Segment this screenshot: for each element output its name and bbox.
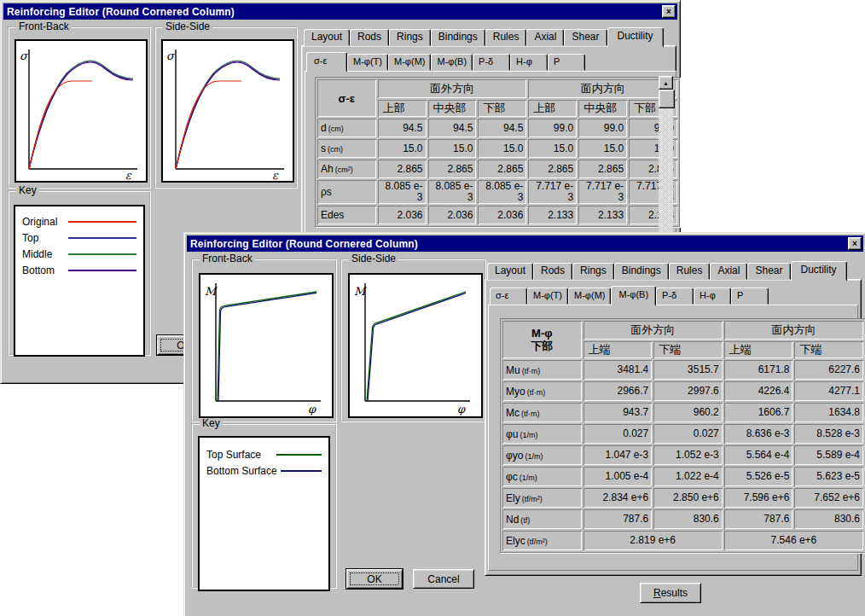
front-key-label: Key	[200, 418, 223, 429]
front-subtab-m-m[interactable]: M-φ(M)	[568, 288, 611, 305]
value-cell: 4277.1	[794, 381, 863, 401]
table-row: Ah(cm²)2.8652.8652.8652.8652.8652.865	[317, 160, 677, 178]
front-side-side-group: Side-Side M φ	[340, 259, 486, 422]
table-row: Mc(tf·m)943.7960.21606.71634.8	[502, 403, 863, 422]
row-label: Nd(tf)	[502, 509, 582, 529]
front-tab-rods[interactable]: Rods	[533, 263, 572, 280]
back-subtab-p[interactable]: P-δ	[473, 54, 510, 71]
row-label: φu(1/m)	[502, 424, 582, 444]
cancel-button[interactable]: Cancel	[413, 569, 474, 589]
column-header: 中央部	[428, 100, 477, 117]
back-tab-rods[interactable]: Rods	[350, 29, 389, 46]
top-surface-curve	[218, 292, 316, 401]
front-window-title: Reinforcing Editor (Round Cornered Colum…	[190, 238, 418, 250]
front-tab-axial[interactable]: Axial	[710, 263, 747, 280]
back-sigma-epsilon-table: σ-ε面外方向面内方向上部中央部下部上部中央部下部d(cm)94.594.594…	[315, 77, 680, 227]
value-cell: 7.652 e+6	[794, 488, 863, 508]
column-group-header: 面内方向	[724, 321, 863, 340]
value-cell: 6227.6	[794, 360, 863, 380]
value-cell: 3515.7	[653, 360, 723, 380]
front-tab-ductility[interactable]: Ductility	[791, 261, 847, 282]
back-tab-shear[interactable]: Shear	[564, 29, 607, 46]
front-window: Reinforcing Editor (Round Cornered Colum…	[183, 232, 865, 616]
value-cell: 5.623 e-5	[794, 467, 863, 486]
value-cell: 99.0	[528, 119, 577, 137]
back-subtab-h[interactable]: H-φ	[510, 54, 548, 71]
value-cell: 5.526 e-5	[724, 467, 793, 486]
back-subtab-m-m[interactable]: M-φ(M)	[388, 54, 431, 71]
front-key-box: Top SurfaceBottom Surface	[198, 436, 330, 591]
row-label: Elyc(tf/m²)	[502, 531, 582, 550]
desktop: Reinforcing Editor (Round Cornered Colum…	[0, 0, 865, 616]
back-tab-rings[interactable]: Rings	[389, 29, 431, 46]
ok-button[interactable]: OK	[346, 569, 403, 589]
table-row: Edes2.0362.0362.0362.1332.1332.133	[317, 206, 677, 224]
back-side-side-graph: σ ε	[161, 39, 294, 183]
value-cell: 2.865	[578, 160, 627, 178]
value-cell: 15.0	[528, 139, 577, 158]
value-cell: 7.546 e+6	[724, 531, 863, 550]
back-tab-ductility[interactable]: Ductility	[607, 27, 664, 48]
value-cell: 2.865	[478, 160, 526, 178]
front-subtab-m-t[interactable]: M-φ(T)	[527, 288, 568, 305]
back-subtab-m-t[interactable]: M-φ(T)	[347, 54, 388, 71]
row-label: Mu(tf·m)	[502, 360, 582, 380]
back-titlebar[interactable]: Reinforcing Editor (Round Cornered Colum…	[3, 3, 677, 20]
bottom-curve	[29, 62, 133, 169]
back-tab-bindings[interactable]: Bindings	[431, 29, 485, 46]
table-row: φyo(1/m)1.047 e-31.052 e-35.564 e-45.589…	[502, 445, 863, 465]
row-label: Edes	[317, 206, 376, 224]
table-row: Ely(tf/m²)2.834 e+62.850 e+67.596 e+67.6…	[502, 488, 863, 508]
value-cell: 1606.7	[724, 403, 793, 422]
value-cell: 787.6	[724, 509, 793, 529]
value-cell: 2.036	[478, 206, 526, 224]
front-tab-layout[interactable]: Layout	[487, 263, 533, 280]
back-subtab-[interactable]: σ-ε	[306, 52, 347, 73]
table-row: Elyc(tf/m²)2.819 e+67.546 e+6	[502, 531, 863, 550]
back-subtab-m-b[interactable]: M-φ(B)	[431, 54, 473, 71]
front-front-back-graph: M φ	[199, 273, 334, 418]
row-label: φyo(1/m)	[502, 445, 582, 465]
close-icon[interactable]: ×	[662, 5, 676, 18]
value-cell: 15.0	[378, 139, 427, 158]
back-subtab-p[interactable]: P	[548, 54, 585, 71]
front-tab-shear[interactable]: Shear	[747, 263, 790, 280]
front-subtab-m-b[interactable]: M-φ(B)	[611, 286, 656, 306]
front-subtab-p[interactable]: P-δ	[656, 288, 694, 305]
front-front-back-label: Front-Back	[200, 253, 255, 264]
back-tab-axial[interactable]: Axial	[526, 29, 564, 46]
front-subtab-h[interactable]: H-φ	[694, 288, 731, 305]
value-cell: 2.834 e+6	[583, 488, 653, 508]
key-item: Bottom	[15, 262, 143, 278]
scrollbar-thumb[interactable]	[659, 90, 675, 108]
front-subtab-p[interactable]: P	[731, 288, 769, 305]
top-surface-curve	[367, 292, 466, 401]
front-tab-rings[interactable]: Rings	[572, 263, 614, 280]
value-cell: 3481.4	[583, 360, 653, 380]
scroll-up-icon[interactable]: ▲	[659, 76, 673, 90]
back-front-back-group: Front-Back σ ε	[8, 26, 151, 189]
back-tab-rules[interactable]: Rules	[485, 29, 527, 46]
svg-text:φ: φ	[457, 403, 466, 416]
value-cell: 2.036	[378, 206, 427, 224]
table-row: ρs8.085 e-38.085 e-38.085 e-37.717 e-37.…	[317, 180, 677, 204]
original-curve	[176, 81, 241, 169]
front-tab-rules[interactable]: Rules	[669, 263, 711, 280]
front-side-side-graph: M φ	[348, 273, 483, 418]
row-label: d(cm)	[317, 119, 376, 137]
value-cell: 1.052 e-3	[653, 445, 723, 465]
column-header: 上部	[528, 100, 577, 117]
close-icon[interactable]: ×	[848, 237, 862, 250]
column-header: 下部	[478, 100, 526, 117]
front-tab-bindings[interactable]: Bindings	[614, 263, 669, 280]
table-row: φu(1/m)0.0270.0278.636 e-38.528 e-3	[502, 424, 863, 444]
value-cell: 4226.4	[724, 381, 793, 401]
bottom-surface-curve	[218, 293, 316, 401]
results-button[interactable]: Results	[640, 583, 701, 603]
front-subtab-[interactable]: σ-ε	[490, 288, 527, 305]
front-titlebar[interactable]: Reinforcing Editor (Round Cornered Colum…	[187, 235, 863, 252]
key-item-label: Original	[22, 216, 63, 228]
key-color-line	[68, 237, 136, 239]
back-tab-layout[interactable]: Layout	[304, 29, 350, 46]
key-color-line	[281, 470, 322, 472]
